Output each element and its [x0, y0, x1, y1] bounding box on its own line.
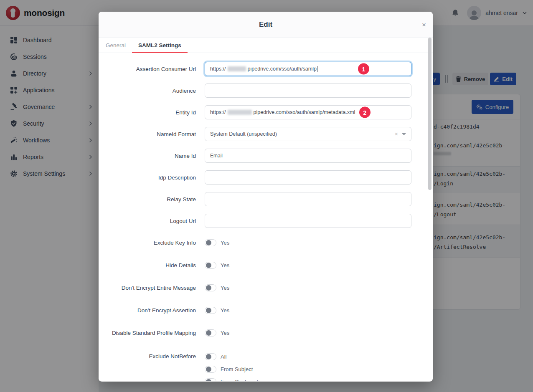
- masked-url-segment: [228, 110, 252, 115]
- dont-encrypt-assertion-toggle[interactable]: [205, 307, 216, 314]
- clear-selection-icon[interactable]: ×: [395, 131, 398, 137]
- entity-id-input[interactable]: https:// pipedrive.com/sso/auth/samlp/me…: [205, 105, 411, 119]
- form-row-exclude-notbefore: Exclude NotBefore All From Subject From …: [99, 348, 433, 381]
- step-badge-1: 1: [358, 63, 369, 75]
- idp-description-input[interactable]: [205, 170, 411, 185]
- form-row-idp-description: Idp Description: [99, 170, 433, 185]
- assertion-consumer-url-input[interactable]: https:// pipedrive.com/sso/auth/samlp: [205, 62, 411, 76]
- form-row-disable-standard-profile-mapping: Disable Standard Profile Mapping Yes: [99, 326, 433, 340]
- form-row-audience: Audience: [99, 83, 433, 98]
- tab-general[interactable]: General: [99, 38, 132, 53]
- modal-title: Edit: [259, 20, 272, 29]
- exclude-notbefore-from-confirmation-toggle[interactable]: [205, 378, 216, 382]
- form-row-hide-details: Hide Details Yes: [99, 258, 433, 272]
- name-id-input[interactable]: Email: [205, 149, 411, 163]
- form-row-exclude-key-info: Exclude Key Info Yes: [99, 235, 433, 250]
- close-icon[interactable]: ×: [422, 21, 426, 28]
- tab-saml2-settings[interactable]: SAML2 Settings: [132, 38, 188, 53]
- masked-url-segment: [228, 66, 246, 71]
- exclude-notbefore-from-subject-toggle[interactable]: [205, 366, 216, 373]
- form-row-logout-url: Logout Url: [99, 214, 433, 228]
- audience-input[interactable]: [205, 83, 411, 98]
- hide-details-toggle[interactable]: [205, 262, 216, 269]
- text-cursor: [317, 66, 317, 72]
- modal-body: Assertion Consumer Url https:// pipedriv…: [99, 53, 433, 381]
- disable-standard-profile-mapping-toggle[interactable]: [205, 329, 216, 336]
- form-row-assertion-consumer-url: Assertion Consumer Url https:// pipedriv…: [99, 62, 433, 76]
- form-row-entity-id: Entity Id https:// pipedrive.com/sso/aut…: [99, 105, 433, 119]
- exclude-notbefore-all-toggle[interactable]: [205, 353, 216, 360]
- exclude-key-info-toggle[interactable]: [205, 239, 216, 246]
- edit-modal: Edit × General SAML2 Settings Assertion …: [99, 12, 433, 382]
- form-row-dont-encrypt-assertion: Don't Encrypt Assertion Yes: [99, 303, 433, 317]
- modal-tabs: General SAML2 Settings: [99, 38, 433, 53]
- select-caret-icon[interactable]: [402, 133, 406, 135]
- form-row-name-id: Name Id Email: [99, 149, 433, 163]
- form-row-relay-state: Relay State: [99, 192, 433, 206]
- modal-scrollbar-thumb[interactable]: [428, 38, 431, 190]
- relay-state-input[interactable]: [205, 192, 411, 206]
- logout-url-input[interactable]: [205, 214, 411, 228]
- form-row-nameid-format: NameId Format System Default (unspecifie…: [99, 127, 433, 141]
- form-row-dont-encrypt-entire-message: Don't Encrypt Entire Message Yes: [99, 281, 433, 295]
- modal-header: Edit ×: [99, 12, 433, 38]
- step-badge-2: 2: [359, 107, 371, 118]
- nameid-format-select[interactable]: System Default (unspecified): [205, 127, 411, 141]
- dont-encrypt-entire-message-toggle[interactable]: [205, 284, 216, 291]
